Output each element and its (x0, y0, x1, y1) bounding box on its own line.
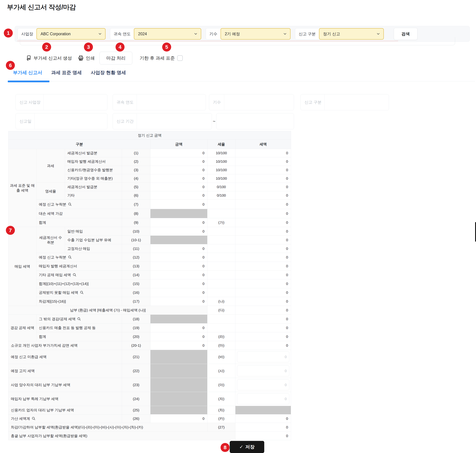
group-deduction: 경감 공제 세액 (8, 315, 36, 341)
print-button[interactable]: 인쇄 (78, 55, 95, 61)
row-desc: 그 밖의 경감/공제 세액 (39, 317, 76, 321)
tab-site-status-detail[interactable]: 사업장 현황 명세 (91, 70, 126, 76)
report-site-input[interactable] (44, 94, 107, 110)
row-desc: 예정 고지 세액 (8, 364, 122, 378)
row-desc: 일반 매입 (65, 227, 122, 236)
tax-cell: 0 (235, 157, 291, 166)
net-payable-row-label: 납부 (환급) 세액 [매출세액 (가) - 매입세액 (나)] (8, 306, 207, 315)
tax-cell: 0 (235, 288, 291, 297)
search-lookup-icon[interactable] (68, 255, 72, 259)
row-desc: 세금계산서 발급분 (65, 183, 122, 191)
tax-input[interactable]: 0 (237, 351, 289, 362)
report-site-field: 신고 사업장 (15, 94, 107, 110)
tab-tax-base-detail[interactable]: 과세 표준 명세 (51, 70, 82, 76)
search-lookup-icon[interactable] (80, 290, 84, 295)
tab-vat-report[interactable]: 부가세 신고서 (13, 70, 42, 76)
row-num: (26) (122, 414, 151, 423)
amount-cell-disabled (151, 315, 207, 324)
search-lookup-icon[interactable] (73, 273, 77, 277)
scrollbar-thumb[interactable] (475, 222, 476, 241)
tax-cell: 0 (235, 262, 291, 271)
search-lookup-icon[interactable] (32, 417, 36, 421)
rate-cell (207, 236, 235, 244)
tax-cell: 0 (235, 414, 291, 423)
total-payable-row-label: 총괄 납부 사업자가 납부할 세액(환급받을 세액) (8, 432, 235, 440)
report-range-start-input[interactable] (137, 113, 212, 129)
row-desc: 합계[(10)+(11)+(12)+(13)+(14)] (36, 279, 122, 288)
row-num: (21) (122, 350, 151, 364)
search-lookup-icon[interactable] (77, 317, 81, 321)
after-deadline-checkbox[interactable] (177, 55, 183, 61)
row-num: (6) (122, 191, 151, 200)
group-zero-rate: 영세율 (36, 183, 65, 200)
col-header-gubun: 구분 (8, 140, 151, 149)
row-desc: 공제받지 못할 매입 세액 (39, 290, 78, 295)
amount-cell: 0 (151, 341, 207, 350)
rate-cell: (가) (207, 218, 235, 227)
table-row: 대손 세액 가감(8)0 (8, 209, 291, 218)
search-lookup-icon[interactable] (68, 202, 72, 206)
vat-report-table: 정기 신고 금액 구분 금액 세율 세액 과세 표준 및 매출 세액 과세 세금… (8, 131, 291, 440)
report-year-input[interactable] (137, 94, 206, 110)
row-desc: 합계 (36, 218, 122, 227)
tax-input[interactable]: 0 (237, 393, 289, 404)
report-date-input[interactable] (35, 113, 107, 129)
table-row: 예정 고지 세액(22)(사)0 (8, 364, 291, 378)
rate-cell: 0/100 (207, 183, 235, 191)
row-num: (14) (122, 271, 151, 279)
rate-cell: (마) (207, 341, 235, 350)
tax-cell: 0 (235, 271, 291, 279)
rate-cell: 10/100 (207, 174, 235, 183)
save-button[interactable]: ✓ 저장 (230, 441, 264, 453)
table-row: 납부 (환급) 세액 [매출세액 (가) - 매입세액 (나)](다)0 (8, 306, 291, 315)
table-row: 경감 공제 세액 그 밖의 경감/공제 세액 (18)0 (8, 315, 291, 324)
print-label: 인쇄 (86, 55, 95, 61)
report-type-field: 신고 구분 (301, 94, 389, 110)
save-button-label: 저장 (245, 444, 255, 450)
amount-cell: 0 (151, 271, 207, 279)
amount-cell: 0 (151, 157, 207, 166)
row-desc: 기타(정규 영수증 외 매출분) (65, 174, 122, 183)
tax-input[interactable]: 0 (237, 365, 289, 376)
amount-cell: 0 (151, 200, 207, 209)
report-period-input[interactable] (224, 94, 294, 110)
amount-cell: 0 (151, 218, 207, 227)
report-year-label: 귀속 연도 (113, 94, 133, 110)
group-sales-tax: 과세 표준 및 매출 세액 (8, 149, 36, 227)
section-divider-line (17, 41, 398, 41)
amount-cell: 0 (151, 279, 207, 288)
row-num: (2) (122, 157, 151, 166)
rate-cell: 10/100 (207, 166, 235, 174)
rate-cell: (나) (207, 297, 235, 306)
close-process-button[interactable]: 마감 처리 (99, 52, 132, 64)
generate-report-label: 부가세 신고서 생성 (34, 55, 72, 61)
row-desc: 대손 세액 가감 (36, 209, 122, 218)
tax-cell: 0 (235, 236, 291, 244)
report-date-label: 신고일 (16, 113, 31, 129)
row-desc: 신용카드 매출 전표 등 발행 공제 등 (36, 324, 122, 332)
report-type-input[interactable] (325, 94, 389, 110)
amount-cell: 0 (151, 149, 207, 157)
tax-input[interactable]: 0 (237, 379, 289, 390)
tax-cell: 0 (235, 332, 291, 341)
row-num: (15) (122, 279, 151, 288)
check-icon: ✓ (239, 444, 243, 450)
printer-icon (78, 55, 84, 61)
amount-cell-disabled (151, 406, 207, 414)
annotation-badge-6: 6 (6, 61, 15, 70)
generate-report-button[interactable]: 부가세 신고서 생성 (26, 55, 72, 61)
page-title: 부가세 신고서 작성/마감 (7, 3, 76, 12)
generate-document-icon (26, 55, 32, 61)
row-num: (1) (122, 149, 151, 157)
row-desc: 예정 신고 누락분 (39, 202, 66, 207)
report-range-end-input[interactable] (216, 113, 294, 129)
amount-cell-disabled (151, 236, 207, 244)
tab-bar: 부가세 신고서 과세 표준 명세 사업장 현황 명세 (13, 70, 126, 76)
table-row: 과세 표준 및 매출 세액 과세 세금계산서 발급분 (1) 0 10/100 … (8, 149, 291, 157)
chevron-down-icon (194, 32, 198, 36)
rate-cell (207, 253, 235, 262)
vat-report-page: 부가세 신고서 작성/마감 사업장 ABC Corporation 귀속 연도 … (0, 0, 476, 453)
row-desc: 세금계산서 발급분 (65, 149, 122, 157)
row-num: (20) (122, 332, 151, 341)
row-num: (27) (207, 423, 235, 432)
